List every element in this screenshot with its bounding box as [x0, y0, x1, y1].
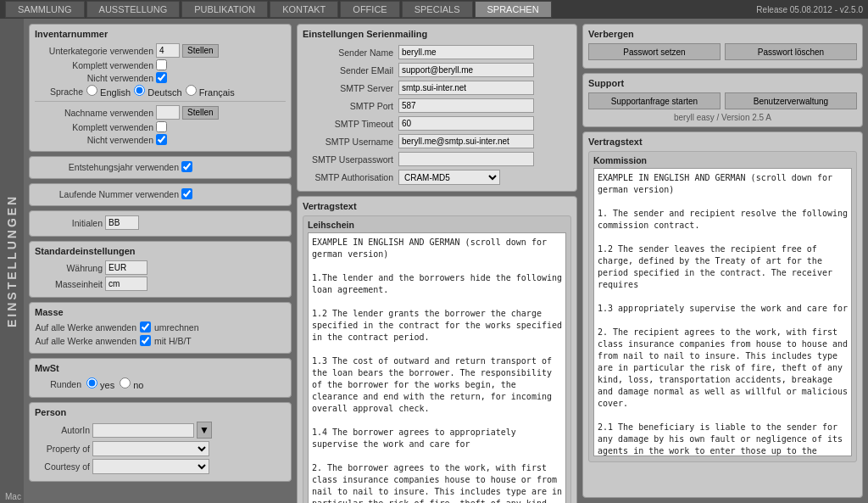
masseinheit-input[interactable]: [105, 277, 147, 291]
kommission-section: Kommission: [588, 151, 857, 462]
top-navigation: SAMMLUNG AUSSTELLUNG PUBLIKATION KONTAKT…: [0, 0, 868, 19]
serial-label-6: SMTP Userpasswort: [303, 150, 396, 168]
leihschein-subtitle: Leihschein: [308, 220, 566, 230]
tab-sammlung[interactable]: SAMMLUNG: [5, 1, 85, 18]
verbergen-panel: Verbergen Passwort setzen Passwort lösch…: [582, 24, 863, 69]
unterkategorie-stellen-button[interactable]: Stellen: [182, 44, 219, 58]
support-buttons-row: Supportanfrage starten Benutzerverwaltun…: [588, 92, 857, 109]
nachname-stellen-button[interactable]: Stellen: [182, 106, 219, 120]
left-column: Inventarnummer Unterkategorie verwenden …: [29, 24, 292, 498]
komplett-checkbox[interactable]: [156, 59, 167, 70]
courtesy-select[interactable]: [92, 459, 209, 474]
autor-row: AutorIn ▼: [35, 422, 286, 439]
smtp-timeout-input[interactable]: [398, 116, 534, 131]
masse-panel: Masse Auf alle Werke anwenden umrechnen …: [29, 302, 292, 354]
tab-sprachen[interactable]: SPRACHEN: [475, 1, 552, 18]
unterkategorie-label: Unterkategorie verwenden: [35, 46, 153, 56]
person-panel: Person AutorIn ▼ Property of Courtesy of: [29, 402, 292, 482]
sender-name-input[interactable]: [398, 45, 534, 59]
vertragstext-left-panel: Vertragstext Leihschein: [297, 196, 577, 503]
serienmailing-panel: Einstellungen Serienmailing Sender Name …: [297, 24, 577, 192]
tab-ausstellung[interactable]: AUSSTELLUNG: [86, 1, 181, 18]
release-info: Release 05.08.2012 - v2.5.0: [756, 5, 863, 14]
kommission-textarea[interactable]: [593, 168, 852, 456]
unterkategorie-input[interactable]: [156, 43, 180, 58]
masse-auf-label2: Auf alle Werke anwenden: [35, 336, 136, 346]
person-title: Person: [35, 407, 286, 417]
runden-no-radio[interactable]: [120, 377, 131, 388]
passwort-loeschen-button[interactable]: Passwort löschen: [725, 43, 857, 60]
tab-office[interactable]: OFFICE: [340, 1, 399, 18]
nicht-verwenden-label: Nicht verwenden: [35, 73, 153, 83]
komplett-row: Komplett verwenden: [35, 59, 286, 70]
initialen-label: Initialen: [35, 218, 103, 228]
entstehungsjahr-panel: Entstehungsjahr verwenden: [29, 156, 292, 179]
nachname-komplett-checkbox[interactable]: [156, 121, 167, 132]
serial-val-5: [396, 132, 571, 150]
serial-row-6: SMTP Userpasswort: [303, 150, 571, 168]
serial-row-0: Sender Name: [303, 43, 571, 61]
laufende-checkbox[interactable]: [181, 188, 192, 199]
francais-radio-label: Français: [186, 85, 235, 98]
smtp-password-input[interactable]: [398, 152, 534, 166]
initialen-input[interactable]: [105, 215, 139, 230]
supportanfrage-button[interactable]: Supportanfrage starten: [588, 92, 721, 109]
english-radio[interactable]: [86, 85, 97, 96]
masse-row1: Auf alle Werke anwenden umrechnen: [35, 321, 286, 333]
masse-checkbox2[interactable]: [140, 335, 151, 346]
sender-email-input[interactable]: [398, 63, 534, 77]
autor-input[interactable]: [92, 423, 194, 438]
smtp-username-input[interactable]: [398, 134, 534, 148]
serial-row-7: SMTP Authorisation CRAM-MD5 PLAIN LOGIN: [303, 168, 571, 187]
sprache-row: Sprache English Deutsch Français: [36, 85, 286, 98]
serial-row-5: SMTP Username: [303, 132, 571, 150]
inventarnummer-panel: Inventarnummer Unterkategorie verwenden …: [29, 24, 292, 152]
tab-publikation[interactable]: PUBLIKATION: [181, 1, 268, 18]
nachname-nicht-checkbox[interactable]: [156, 134, 167, 145]
autor-browse-button[interactable]: ▼: [197, 422, 212, 439]
mwst-title: MwSt: [35, 363, 286, 373]
inventarnummer-title: Inventarnummer: [35, 29, 286, 39]
serial-val-7: CRAM-MD5 PLAIN LOGIN: [396, 168, 571, 187]
courtesy-label: Courtesy of: [35, 461, 90, 472]
leihschein-textarea[interactable]: [308, 232, 566, 503]
tab-kontakt[interactable]: KONTAKT: [270, 1, 338, 18]
serial-val-6: [396, 150, 571, 168]
masse-auf-label1: Auf alle Werke anwenden: [35, 322, 136, 333]
verbergen-buttons-row: Passwort setzen Passwort löschen: [588, 43, 857, 60]
property-select[interactable]: [92, 441, 209, 456]
benutzerverwaltung-button[interactable]: Benutzerverwaltung: [725, 92, 857, 109]
serienmailing-table: Sender Name Sender EMail SMTP Server SMT…: [303, 43, 571, 187]
serial-val-0: [396, 43, 571, 61]
sprache-label: Sprache: [36, 87, 83, 97]
nachname-row: Nachname verwenden Stellen: [35, 105, 286, 120]
komplett-label: Komplett verwenden: [35, 60, 153, 70]
nicht-verwenden-checkbox[interactable]: [156, 72, 167, 83]
masse-checkbox1[interactable]: [140, 321, 151, 333]
passwort-setzen-button[interactable]: Passwort setzen: [588, 43, 721, 60]
vertragstext-right-panel: Vertragstext Kommission: [582, 131, 863, 498]
smtp-server-input[interactable]: [398, 81, 534, 95]
initialen-row: Initialen: [35, 215, 286, 230]
standardeinstellungen-title: Standardeinstellungen: [35, 246, 286, 256]
entstehungsjahr-checkbox[interactable]: [181, 161, 192, 172]
francais-radio[interactable]: [186, 85, 197, 96]
serial-val-4: [396, 115, 571, 132]
nachname-input[interactable]: [156, 105, 180, 120]
runden-yes-radio[interactable]: [86, 377, 97, 388]
tab-specials[interactable]: SPECIALS: [402, 1, 473, 18]
deutsch-radio[interactable]: [134, 85, 145, 96]
smtp-auth-select[interactable]: CRAM-MD5 PLAIN LOGIN: [398, 170, 500, 185]
serial-label-4: SMTP Timeout: [303, 115, 396, 132]
smtp-port-input[interactable]: [398, 98, 534, 113]
serial-label-2: SMTP Server: [303, 79, 396, 97]
deutsch-label: Deutsch: [147, 87, 181, 98]
nachname-nicht-label: Nicht verwenden: [35, 135, 153, 145]
courtesy-row: Courtesy of: [35, 459, 286, 474]
vertragstext-left-title: Vertragstext: [303, 201, 571, 211]
waehrung-input[interactable]: [105, 260, 147, 275]
mac-label: Mac: [5, 492, 21, 501]
right-column: Verbergen Passwort setzen Passwort lösch…: [582, 24, 863, 498]
deutsch-radio-label: Deutsch: [134, 85, 181, 98]
nachname-komplett-label: Komplett verwenden: [35, 122, 153, 132]
